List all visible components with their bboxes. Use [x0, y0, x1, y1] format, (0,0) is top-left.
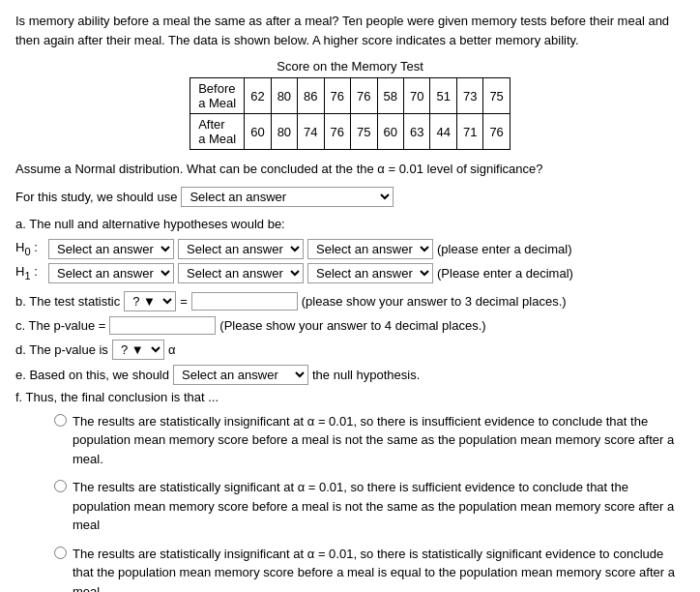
h1-select-2[interactable]: Select an answer: [178, 263, 304, 283]
after-val-7: 63: [403, 114, 429, 150]
before-val-6: 58: [377, 78, 403, 114]
score-title: Score on the Memory Test: [15, 59, 685, 74]
before-label: Beforea Meal: [190, 78, 245, 114]
conclusion-option-3: The results are statistically insignific…: [54, 545, 685, 593]
memory-table: Beforea Meal 62 80 86 76 76 58 70 51 73 …: [190, 77, 510, 150]
before-val-7: 70: [403, 78, 429, 114]
after-val-4: 76: [324, 114, 350, 150]
equals-sign: =: [180, 294, 188, 309]
hypotheses-section: a. The null and alternative hypotheses w…: [15, 217, 685, 283]
after-val-3: 74: [298, 114, 324, 150]
before-val-3: 86: [298, 78, 324, 114]
h1-row: H1 : Select an answer Select an answer S…: [15, 263, 685, 283]
conclusion-radio-2[interactable]: [54, 480, 67, 492]
before-val-2: 80: [271, 78, 297, 114]
study-row: For this study, we should use Select an …: [15, 187, 685, 207]
before-val-9: 73: [456, 78, 482, 114]
study-select[interactable]: Select an answer: [181, 187, 394, 207]
conclusion-text-2: The results are statistically significan…: [73, 478, 685, 535]
hypotheses-label: a. The null and alternative hypotheses w…: [15, 217, 685, 231]
based-on-row: e. Based on this, we should Select an an…: [15, 365, 685, 385]
alpha-symbol: α: [168, 342, 176, 357]
for-study-prefix: For this study, we should use: [15, 190, 177, 204]
after-val-2: 80: [271, 114, 297, 150]
after-val-9: 71: [456, 114, 482, 150]
h1-hint: (Please enter a decimal): [437, 266, 573, 281]
after-val-6: 60: [377, 114, 403, 150]
conclusion-option-1: The results are statistically insignific…: [54, 412, 685, 469]
h0-select-3[interactable]: Select an answer: [307, 239, 433, 259]
before-val-5: 76: [351, 78, 377, 114]
conclusion-radio-3[interactable]: [54, 547, 67, 559]
h0-hint: (please enter a decimal): [437, 242, 571, 256]
thus-label: f. Thus, the final conclusion is that ..…: [15, 390, 219, 404]
pvalue-label: c. The p-value =: [15, 318, 105, 333]
based-on-suffix: the null hypothesis.: [312, 368, 420, 382]
pvalue-compare-label: d. The p-value is: [15, 342, 108, 357]
after-val-5: 75: [351, 114, 377, 150]
h0-select-1[interactable]: Select an answer: [48, 239, 174, 259]
pvalue-row: c. The p-value = (Please show your answe…: [15, 316, 685, 335]
test-stat-row: b. The test statistic ? ▼ t z = (please …: [15, 291, 685, 311]
conclusion-text-3: The results are statistically insignific…: [73, 545, 685, 593]
based-on-label: e. Based on this, we should: [15, 368, 169, 382]
pvalue-hint: (Please show your answer to 4 decimal pl…: [219, 318, 485, 333]
test-stat-hint: (please show your answer to 3 decimal pl…: [302, 294, 567, 309]
after-val-8: 44: [430, 114, 456, 150]
after-label: Aftera Meal: [190, 114, 245, 150]
assume-text: Assume a Normal distribution. What can b…: [15, 160, 685, 179]
h0-row: H0 : Select an answer Select an answer S…: [15, 239, 685, 259]
h0-label: H0 :: [15, 240, 44, 257]
h1-select-1[interactable]: Select an answer: [48, 263, 174, 283]
pvalue-compare-select[interactable]: ? ▼ > < =: [112, 340, 164, 360]
conclusion-section: The results are statistically insignific…: [15, 412, 685, 593]
intro-text: Is memory ability before a meal the same…: [15, 12, 685, 49]
h0-select-2[interactable]: Select an answer: [178, 239, 304, 259]
before-val-4: 76: [324, 78, 350, 114]
before-val-10: 75: [483, 78, 510, 114]
before-val-1: 62: [245, 78, 271, 114]
h1-label: H1 :: [15, 264, 44, 281]
conclusion-radio-1[interactable]: [54, 414, 67, 427]
test-stat-select[interactable]: ? ▼ t z: [124, 291, 176, 311]
before-val-8: 51: [430, 78, 456, 114]
thus-row: f. Thus, the final conclusion is that ..…: [15, 390, 685, 404]
pvalue-input[interactable]: [109, 316, 216, 335]
score-section: Score on the Memory Test Beforea Meal 62…: [15, 59, 685, 150]
pvalue-compare-row: d. The p-value is ? ▼ > < = α: [15, 340, 685, 360]
after-val-10: 76: [483, 114, 510, 150]
test-stat-input[interactable]: [191, 292, 298, 311]
conclusion-option-2: The results are statistically significan…: [54, 478, 685, 535]
table-row-before: Beforea Meal 62 80 86 76 76 58 70 51 73 …: [190, 78, 510, 114]
table-row-after: Aftera Meal 60 80 74 76 75 60 63 44 71 7…: [190, 114, 510, 150]
after-val-1: 60: [245, 114, 271, 150]
conclusion-text-1: The results are statistically insignific…: [73, 412, 685, 469]
h1-select-3[interactable]: Select an answer: [307, 263, 433, 283]
test-stat-label: b. The test statistic: [15, 294, 120, 309]
based-on-select[interactable]: Select an answer reject fail to reject: [173, 365, 308, 385]
